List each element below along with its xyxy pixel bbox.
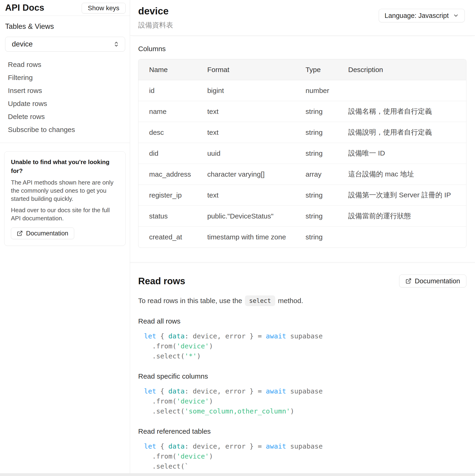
table-cell: id	[138, 80, 207, 101]
read-rows-intro: To read rows in this table, use the sele…	[138, 295, 466, 306]
table-cell: array	[306, 164, 348, 185]
table-cell: text	[207, 122, 306, 143]
api-docs-page: API Docs Show keys Tables & Views device…	[0, 0, 475, 476]
code-block-read-all-rows: let { data: device, error } = await supa…	[138, 331, 466, 361]
table-cell: number	[306, 80, 348, 101]
documentation-button-sidebar[interactable]: Documentation	[11, 228, 74, 239]
help-card-body-2: Head over to our docs site for the full …	[11, 206, 119, 222]
table-row-name: nametextstring設備名稱，使用者自行定義	[138, 101, 466, 122]
documentation-button-label: Documentation	[26, 230, 68, 237]
code-block-read-referenced-tables: let { data: device, error } = await supa…	[138, 441, 466, 476]
table-cell: string	[306, 122, 348, 143]
table-cell: 設備名稱，使用者自行定義	[348, 101, 466, 122]
table-cell: register_ip	[138, 185, 207, 206]
column-header-description: Description	[348, 59, 466, 80]
external-link-icon	[405, 278, 412, 284]
table-cell: 這台設備的 mac 地址	[348, 164, 466, 185]
help-card-wrap: Unable to find what you're looking for? …	[0, 143, 130, 254]
table-cell: string	[306, 185, 348, 206]
column-header-name: Name	[138, 59, 207, 80]
code-line: let { data: device, error } = await supa…	[144, 441, 466, 451]
table-cell: timestamp with time zone	[207, 227, 306, 248]
table-cell: string	[306, 227, 348, 248]
example-label-read-referenced-tables: Read referenced tables	[138, 427, 466, 435]
sidebar-item-delete-rows[interactable]: Delete rows	[5, 110, 125, 123]
table-cell: 設備說明，使用者自行定義	[348, 122, 466, 143]
page-title: API Docs	[5, 3, 44, 13]
intro-suffix: method.	[278, 297, 303, 305]
table-row-status: statuspublic."DeviceStatus"string設備當前的運行…	[138, 206, 466, 227]
sidebar-header: API Docs Show keys	[0, 0, 130, 16]
table-cell: text	[207, 101, 306, 122]
column-header-format: Format	[207, 59, 306, 80]
table-cell: string	[306, 143, 348, 164]
table-cell: mac_address	[138, 164, 207, 185]
table-cell: 設備第一次連到 Server 註冊的 IP	[348, 185, 466, 206]
code-line: .from('device')	[144, 396, 466, 406]
show-keys-button[interactable]: Show keys	[82, 3, 126, 14]
table-row-id: idbigintnumber	[138, 80, 466, 101]
table-cell: status	[138, 206, 207, 227]
code-line: .select('some_column,other_column')	[144, 406, 466, 416]
code-line: .from('device')	[144, 341, 466, 351]
table-cell: created_at	[138, 227, 207, 248]
code-line: .from('device')	[144, 451, 466, 461]
example-label-read-specific-columns: Read specific columns	[138, 372, 466, 380]
sidebar-item-filtering[interactable]: Filtering	[5, 71, 125, 84]
table-cell: name	[138, 101, 207, 122]
code-line: .select(`	[144, 461, 466, 471]
read-rows-title: Read rows	[138, 276, 185, 286]
table-cell: public."DeviceStatus"	[207, 206, 306, 227]
documentation-button-read-rows[interactable]: Documentation	[399, 274, 466, 288]
table-row-did: diduuidstring設備唯一 ID	[138, 143, 466, 164]
read-rows-section: Read rows Documentation To read rows in …	[130, 262, 475, 476]
table-row-mac_address: mac_addresscharacter varying[]array這台設備的…	[138, 164, 466, 185]
help-card: Unable to find what you're looking for? …	[4, 151, 126, 246]
horizontal-scrollbar[interactable]	[0, 474, 475, 476]
code-block-read-specific-columns: let { data: device, error } = await supa…	[138, 386, 466, 416]
table-select-value: device	[12, 40, 33, 48]
select-chevrons-icon	[113, 41, 120, 48]
table-cell	[348, 227, 466, 248]
chevron-down-icon	[453, 13, 459, 18]
columns-section-title: Columns	[138, 45, 466, 53]
table-cell: 設備當前的運行狀態	[348, 206, 466, 227]
table-row-desc: desctextstring設備說明，使用者自行定義	[138, 122, 466, 143]
select-method-chip: select	[245, 295, 275, 306]
columns-table-header-row: NameFormatTypeDescription	[138, 59, 466, 80]
column-header-type: Type	[306, 59, 348, 80]
table-cell	[348, 80, 466, 101]
table-cell: bigint	[207, 80, 306, 101]
table-cell: 設備唯一 ID	[348, 143, 466, 164]
sidebar-item-read-rows[interactable]: Read rows	[5, 58, 125, 71]
table-cell: string	[306, 206, 348, 227]
read-rows-header: Read rows Documentation	[138, 274, 466, 288]
example-label-read-all-rows: Read all rows	[138, 317, 466, 325]
documentation-button-label: Documentation	[415, 277, 460, 285]
sidebar-menu: Read rowsFilteringInsert rowsUpdate rows…	[5, 58, 125, 136]
tables-views-section: Tables & Views device Read rowsFiltering…	[0, 16, 130, 143]
sidebar-item-subscribe-to-changes[interactable]: Subscribe to changes	[5, 123, 125, 136]
sidebar: API Docs Show keys Tables & Views device…	[0, 0, 130, 476]
language-select-label: Language: Javascript	[384, 12, 449, 19]
language-select-button[interactable]: Language: Javascript	[379, 9, 465, 22]
sidebar-item-insert-rows[interactable]: Insert rows	[5, 84, 125, 97]
show-keys-label: Show keys	[88, 4, 119, 12]
intro-prefix: To read rows in this table, use the	[138, 297, 242, 305]
code-line: .select('*')	[144, 351, 466, 361]
sidebar-item-update-rows[interactable]: Update rows	[5, 97, 125, 110]
code-line: let { data: device, error } = await supa…	[144, 386, 466, 396]
table-cell: text	[207, 185, 306, 206]
table-select[interactable]: device	[5, 37, 125, 51]
main-header: device 設備資料表 Language: Javascript	[130, 0, 475, 35]
columns-section: Columns NameFormatTypeDescription idbigi…	[130, 35, 475, 248]
table-cell: desc	[138, 122, 207, 143]
code-line: let { data: device, error } = await supa…	[144, 331, 466, 341]
table-cell: did	[138, 143, 207, 164]
tables-views-label: Tables & Views	[5, 22, 125, 31]
columns-table: NameFormatTypeDescription idbigintnumber…	[138, 59, 466, 248]
table-cell: character varying[]	[207, 164, 306, 185]
table-row-register_ip: register_iptextstring設備第一次連到 Server 註冊的 …	[138, 185, 466, 206]
table-cell: string	[306, 101, 348, 122]
table-row-created_at: created_attimestamp with time zonestring	[138, 227, 466, 248]
